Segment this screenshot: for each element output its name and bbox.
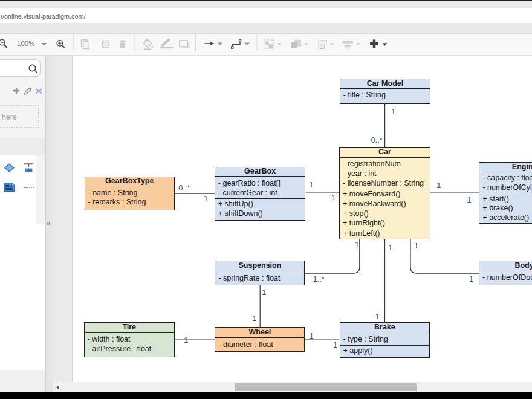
svg-text:1: 1 <box>414 241 418 250</box>
svg-text:1: 1 <box>332 193 336 202</box>
svg-text:1: 1 <box>388 243 392 252</box>
svg-text:1: 1 <box>467 195 471 204</box>
svg-text:1: 1 <box>204 194 208 203</box>
svg-text:1: 1 <box>355 240 359 249</box>
svg-text:0..*: 0..* <box>371 135 383 144</box>
svg-text:1: 1 <box>310 331 314 340</box>
svg-text:1: 1 <box>262 288 266 297</box>
svg-text:1: 1 <box>333 340 337 349</box>
svg-text:1: 1 <box>436 181 441 190</box>
svg-text:1: 1 <box>184 336 188 345</box>
svg-text:1: 1 <box>469 274 473 284</box>
svg-text:0..*: 0..* <box>178 183 190 192</box>
svg-text:1: 1 <box>391 107 395 116</box>
svg-text:1: 1 <box>309 180 313 189</box>
svg-text:1: 1 <box>252 314 256 323</box>
svg-text:1: 1 <box>375 312 380 321</box>
svg-text:1..*: 1..* <box>313 274 325 284</box>
